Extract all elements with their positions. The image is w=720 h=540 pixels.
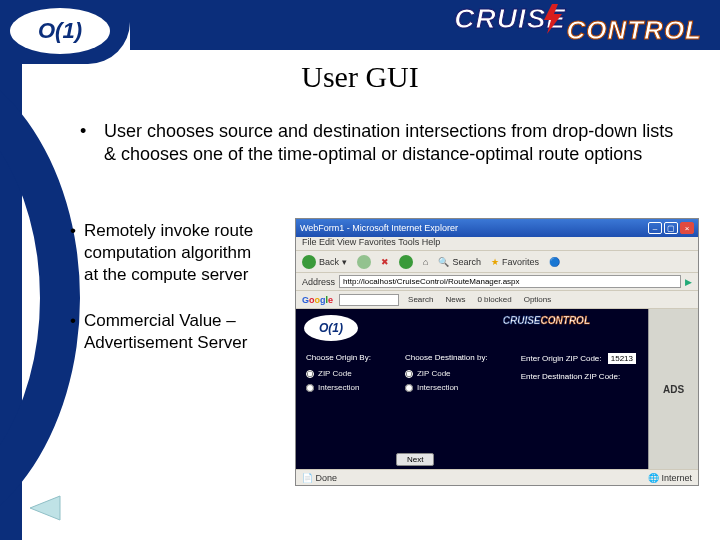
dest-zip-radio[interactable]: ZIP Code [405,369,488,378]
page-main: O(1) CRUISECONTROL Choose Origin By: ZIP… [296,309,648,469]
google-search-button[interactable]: Search [405,295,436,304]
google-options-button[interactable]: Options [521,295,555,304]
slide: O(1) CRUISE CONTROL User GUI • User choo… [0,0,720,540]
minimize-button[interactable]: – [648,222,662,234]
back-icon [302,255,316,269]
list-item: • Remotely invoke route computation algo… [70,220,270,286]
radio-label: Intersection [417,383,458,392]
forward-icon[interactable] [357,255,371,269]
previous-slide-button[interactable] [28,494,62,522]
ad-column: ADS [648,309,698,469]
star-icon: ★ [491,257,499,267]
lightning-icon [542,4,564,34]
bullet-text: User chooses source and destination inte… [104,120,680,167]
favorites-button[interactable]: ★ Favorites [491,257,539,267]
page-logo-text: O(1) [319,321,343,335]
radio-input[interactable] [405,370,413,378]
google-search-input[interactable] [339,294,399,306]
zip-entry-group: Enter Origin ZIP Code: 15213 Enter Desti… [521,353,636,381]
logo: O(1) [10,8,110,54]
svg-marker-1 [30,496,60,520]
address-bar: Address ▶ [296,273,698,291]
google-logo: Google [302,295,333,305]
done-icon: 📄 [302,473,313,483]
logo-background: O(1) [0,0,130,64]
page-brand-control: CONTROL [541,315,590,326]
list-item: • Commercial Value – Advertisement Serve… [70,310,270,354]
google-toolbar: Google Search News 0 blocked Options [296,291,698,309]
bullet-marker: • [70,220,76,286]
menu-bar[interactable]: File Edit View Favorites Tools Help [296,237,698,251]
status-right-text: Internet [661,473,692,483]
window-buttons: – ▢ × [648,222,694,234]
address-label: Address [302,277,335,287]
back-button[interactable]: Back ▾ [302,255,347,269]
window-titlebar: WebForm1 - Microsoft Internet Explorer –… [296,219,698,237]
toolbar: Back ▾ ✖ ⌂ 🔍 Search ★ Favorites 🔵 [296,251,698,273]
bullet-text: Commercial Value – Advertisement Server [84,310,270,354]
radio-input[interactable] [306,370,314,378]
google-news-button[interactable]: News [442,295,468,304]
slide-title: User GUI [0,60,720,94]
status-right: 🌐 Internet [648,473,692,483]
address-input[interactable] [339,275,681,288]
page-brand: CRUISECONTROL [503,315,590,326]
bullet-marker: • [80,120,90,167]
list-item: • User chooses source and destination in… [80,120,680,167]
bullet-marker: • [70,310,76,354]
bullet-text: Remotely invoke route computation algori… [84,220,270,286]
search-label: Search [452,257,481,267]
search-icon: 🔍 [438,257,449,267]
close-button[interactable]: × [680,222,694,234]
search-button[interactable]: 🔍 Search [438,257,481,267]
origin-intersection-radio[interactable]: Intersection [306,383,371,392]
refresh-icon[interactable] [399,255,413,269]
globe-icon: 🌐 [648,473,659,483]
go-button[interactable]: ▶ [685,277,692,287]
next-button[interactable]: Next [396,453,434,466]
radio-label: Intersection [318,383,359,392]
chevron-down-icon: ▾ [342,257,347,267]
google-blocked-label[interactable]: 0 blocked [474,295,514,304]
home-icon[interactable]: ⌂ [423,257,428,267]
destination-header: Choose Destination by: [405,353,488,362]
dest-zip-row: Enter Destination ZIP Code: [521,372,636,381]
svg-marker-0 [544,4,562,34]
dest-zip-label: Enter Destination ZIP Code: [521,372,620,381]
dest-intersection-radio[interactable]: Intersection [405,383,488,392]
page-content: O(1) CRUISECONTROL Choose Origin By: ZIP… [296,309,698,469]
origin-zip-row: Enter Origin ZIP Code: 15213 [521,353,636,364]
back-label: Back [319,257,339,267]
brand-wordmark: CRUISE CONTROL [454,6,702,54]
radio-input[interactable] [405,384,413,392]
side-accent-curve [0,48,80,540]
destination-group: Choose Destination by: ZIP Code Intersec… [405,353,488,392]
page-brand-cruise: CRUISE [503,315,541,326]
media-icon[interactable]: 🔵 [549,257,560,267]
window-title: WebForm1 - Microsoft Internet Explorer [300,223,458,233]
radio-input[interactable] [306,384,314,392]
page-logo: O(1) [304,315,358,341]
embedded-screenshot: WebForm1 - Microsoft Internet Explorer –… [295,218,699,486]
origin-zip-label: Enter Origin ZIP Code: [521,354,602,363]
origin-zip-input[interactable]: 15213 [608,353,636,364]
bullet-list-left: • Remotely invoke route computation algo… [70,220,270,378]
status-bar: 📄 Done 🌐 Internet [296,469,698,485]
ad-label: ADS [663,384,684,395]
origin-zip-radio[interactable]: ZIP Code [306,369,371,378]
radio-label: ZIP Code [417,369,451,378]
favorites-label: Favorites [502,257,539,267]
brand-control: CONTROL [566,6,702,54]
bullet-list-main: • User chooses source and destination in… [80,120,680,185]
status-left-text: Done [316,473,338,483]
maximize-button[interactable]: ▢ [664,222,678,234]
origin-group: Choose Origin By: ZIP Code Intersection [306,353,371,392]
origin-header: Choose Origin By: [306,353,371,362]
stop-icon[interactable]: ✖ [381,257,389,267]
radio-label: ZIP Code [318,369,352,378]
status-left: 📄 Done [302,473,337,483]
logo-text: O(1) [38,18,82,44]
